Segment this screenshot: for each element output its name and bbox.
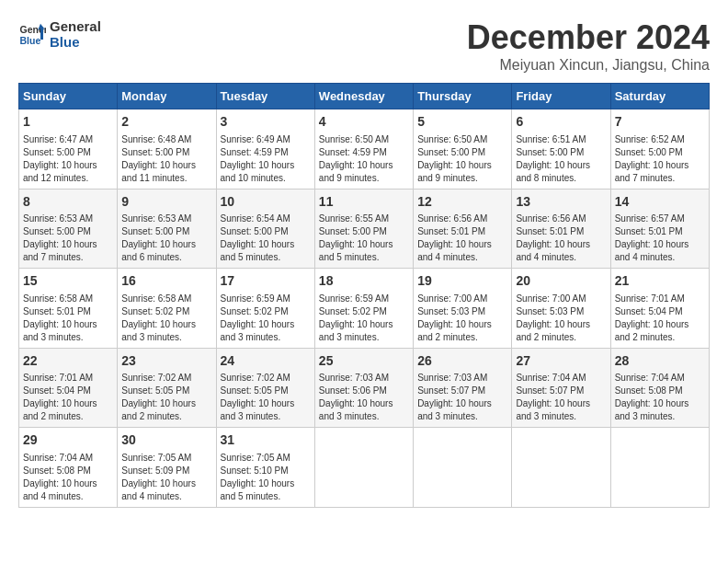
day-number: 21	[615, 272, 705, 291]
day-number: 19	[417, 272, 507, 291]
day-detail: Sunrise: 6:50 AM Sunset: 5:00 PM Dayligh…	[417, 133, 507, 185]
day-number: 26	[417, 352, 507, 371]
day-detail: Sunrise: 6:56 AM Sunset: 5:01 PM Dayligh…	[417, 213, 507, 264]
day-number: 15	[23, 272, 113, 291]
calendar-cell: 1Sunrise: 6:47 AM Sunset: 5:00 PM Daylig…	[19, 109, 118, 190]
header: General Blue General Blue December 2024 …	[18, 18, 710, 74]
day-number: 23	[121, 352, 211, 371]
day-number: 20	[516, 272, 606, 291]
calendar-body: 1Sunrise: 6:47 AM Sunset: 5:00 PM Daylig…	[19, 109, 710, 508]
logo-line2: Blue	[50, 34, 101, 50]
calendar-cell: 25Sunrise: 7:03 AM Sunset: 5:06 PM Dayli…	[314, 348, 413, 428]
calendar-cell: 12Sunrise: 6:56 AM Sunset: 5:01 PM Dayli…	[414, 189, 512, 269]
calendar-cell: 8Sunrise: 6:53 AM Sunset: 5:00 PM Daylig…	[19, 189, 118, 269]
weekday-header: Sunday	[19, 84, 118, 109]
day-number: 7	[615, 113, 705, 132]
calendar-cell: 13Sunrise: 6:56 AM Sunset: 5:01 PM Dayli…	[512, 189, 610, 269]
day-number: 24	[221, 352, 311, 371]
calendar-cell: 16Sunrise: 6:58 AM Sunset: 5:02 PM Dayli…	[118, 269, 216, 349]
calendar-cell: 22Sunrise: 7:01 AM Sunset: 5:04 PM Dayli…	[19, 348, 118, 428]
calendar-cell: 3Sunrise: 6:49 AM Sunset: 4:59 PM Daylig…	[216, 109, 314, 190]
day-detail: Sunrise: 6:50 AM Sunset: 4:59 PM Dayligh…	[319, 133, 409, 185]
calendar-cell: 24Sunrise: 7:02 AM Sunset: 5:05 PM Dayli…	[216, 348, 314, 428]
logo-line1: General	[50, 18, 101, 34]
day-detail: Sunrise: 6:51 AM Sunset: 5:00 PM Dayligh…	[516, 133, 606, 185]
day-number: 2	[121, 113, 211, 132]
day-number: 4	[319, 113, 409, 132]
day-number: 13	[516, 193, 606, 212]
day-detail: Sunrise: 7:01 AM Sunset: 5:04 PM Dayligh…	[23, 372, 113, 423]
calendar-table: SundayMondayTuesdayWednesdayThursdayFrid…	[18, 83, 710, 508]
day-detail: Sunrise: 7:04 AM Sunset: 5:08 PM Dayligh…	[615, 372, 705, 423]
day-detail: Sunrise: 6:59 AM Sunset: 5:02 PM Dayligh…	[319, 293, 409, 344]
day-number: 29	[23, 431, 113, 450]
day-detail: Sunrise: 7:03 AM Sunset: 5:06 PM Dayligh…	[319, 372, 409, 423]
weekday-header: Thursday	[414, 84, 512, 109]
calendar-cell: 23Sunrise: 7:02 AM Sunset: 5:05 PM Dayli…	[118, 348, 216, 428]
calendar-cell	[314, 428, 413, 508]
day-number: 6	[516, 113, 606, 132]
day-number: 30	[121, 431, 211, 450]
calendar-cell: 2Sunrise: 6:48 AM Sunset: 5:00 PM Daylig…	[118, 109, 216, 190]
day-number: 14	[615, 193, 705, 212]
day-detail: Sunrise: 6:48 AM Sunset: 5:00 PM Dayligh…	[121, 133, 211, 185]
day-number: 3	[221, 113, 311, 132]
calendar-cell: 20Sunrise: 7:00 AM Sunset: 5:03 PM Dayli…	[512, 269, 610, 349]
day-number: 17	[221, 272, 311, 291]
day-number: 5	[417, 113, 507, 132]
calendar-cell: 6Sunrise: 6:51 AM Sunset: 5:00 PM Daylig…	[512, 109, 610, 190]
calendar-week-row: 15Sunrise: 6:58 AM Sunset: 5:01 PM Dayli…	[19, 269, 710, 349]
day-detail: Sunrise: 7:01 AM Sunset: 5:04 PM Dayligh…	[615, 293, 705, 344]
calendar-cell	[512, 428, 610, 508]
weekday-header: Friday	[512, 84, 610, 109]
day-number: 31	[221, 431, 311, 450]
day-number: 10	[221, 193, 311, 212]
calendar-week-row: 8Sunrise: 6:53 AM Sunset: 5:00 PM Daylig…	[19, 189, 710, 269]
day-number: 25	[319, 352, 409, 371]
svg-text:Blue: Blue	[20, 35, 41, 46]
day-detail: Sunrise: 6:55 AM Sunset: 5:00 PM Dayligh…	[319, 213, 409, 264]
location-title: Meiyuan Xincun, Jiangsu, China	[467, 57, 710, 74]
day-detail: Sunrise: 7:05 AM Sunset: 5:09 PM Dayligh…	[121, 452, 211, 503]
weekday-header: Tuesday	[216, 84, 314, 109]
calendar-cell: 11Sunrise: 6:55 AM Sunset: 5:00 PM Dayli…	[314, 189, 413, 269]
calendar-cell: 26Sunrise: 7:03 AM Sunset: 5:07 PM Dayli…	[414, 348, 512, 428]
calendar-cell: 4Sunrise: 6:50 AM Sunset: 4:59 PM Daylig…	[314, 109, 413, 190]
day-detail: Sunrise: 6:52 AM Sunset: 5:00 PM Dayligh…	[615, 133, 705, 185]
day-detail: Sunrise: 6:53 AM Sunset: 5:00 PM Dayligh…	[23, 213, 113, 264]
day-detail: Sunrise: 6:59 AM Sunset: 5:02 PM Dayligh…	[221, 293, 311, 344]
calendar-cell: 29Sunrise: 7:04 AM Sunset: 5:08 PM Dayli…	[19, 428, 118, 508]
day-number: 8	[23, 193, 113, 212]
calendar-cell: 31Sunrise: 7:05 AM Sunset: 5:10 PM Dayli…	[216, 428, 314, 508]
day-detail: Sunrise: 6:57 AM Sunset: 5:01 PM Dayligh…	[615, 213, 705, 264]
day-detail: Sunrise: 6:58 AM Sunset: 5:02 PM Dayligh…	[121, 293, 211, 344]
calendar-cell: 27Sunrise: 7:04 AM Sunset: 5:07 PM Dayli…	[512, 348, 610, 428]
day-detail: Sunrise: 7:04 AM Sunset: 5:07 PM Dayligh…	[516, 372, 606, 423]
logo: General Blue General Blue	[18, 18, 101, 50]
weekday-header: Monday	[118, 84, 216, 109]
day-number: 22	[23, 352, 113, 371]
calendar-cell: 5Sunrise: 6:50 AM Sunset: 5:00 PM Daylig…	[414, 109, 512, 190]
calendar-cell: 28Sunrise: 7:04 AM Sunset: 5:08 PM Dayli…	[610, 348, 709, 428]
day-number: 11	[319, 193, 409, 212]
calendar-cell: 21Sunrise: 7:01 AM Sunset: 5:04 PM Dayli…	[610, 269, 709, 349]
day-detail: Sunrise: 7:02 AM Sunset: 5:05 PM Dayligh…	[221, 372, 311, 423]
day-detail: Sunrise: 7:00 AM Sunset: 5:03 PM Dayligh…	[516, 293, 606, 344]
day-detail: Sunrise: 7:00 AM Sunset: 5:03 PM Dayligh…	[417, 293, 507, 344]
day-detail: Sunrise: 7:02 AM Sunset: 5:05 PM Dayligh…	[121, 372, 211, 423]
calendar-cell: 14Sunrise: 6:57 AM Sunset: 5:01 PM Dayli…	[610, 189, 709, 269]
day-detail: Sunrise: 6:58 AM Sunset: 5:01 PM Dayligh…	[23, 293, 113, 344]
calendar-week-row: 1Sunrise: 6:47 AM Sunset: 5:00 PM Daylig…	[19, 109, 710, 190]
day-detail: Sunrise: 7:03 AM Sunset: 5:07 PM Dayligh…	[417, 372, 507, 423]
weekday-header: Wednesday	[314, 84, 413, 109]
day-number: 1	[23, 113, 113, 132]
weekday-header: Saturday	[610, 84, 709, 109]
calendar-cell	[610, 428, 709, 508]
day-number: 9	[121, 193, 211, 212]
day-detail: Sunrise: 7:04 AM Sunset: 5:08 PM Dayligh…	[23, 452, 113, 503]
calendar-cell: 17Sunrise: 6:59 AM Sunset: 5:02 PM Dayli…	[216, 269, 314, 349]
day-number: 16	[121, 272, 211, 291]
calendar-cell: 7Sunrise: 6:52 AM Sunset: 5:00 PM Daylig…	[610, 109, 709, 190]
day-number: 12	[417, 193, 507, 212]
day-detail: Sunrise: 6:54 AM Sunset: 5:00 PM Dayligh…	[221, 213, 311, 264]
